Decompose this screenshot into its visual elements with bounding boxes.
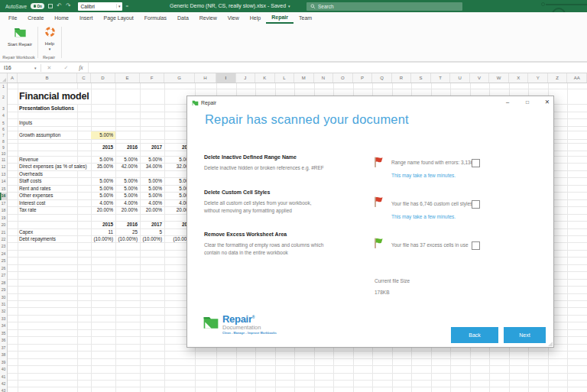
- font-selector[interactable]: Calibri ▾: [78, 2, 122, 11]
- column-header-J[interactable]: J: [236, 73, 256, 83]
- ribbon-tab-repair[interactable]: Repair: [266, 12, 294, 24]
- section-checkbox-range-names[interactable]: [472, 159, 480, 167]
- cell-D17[interactable]: 4.00%: [91, 200, 115, 206]
- row-header-12[interactable]: 12: [0, 164, 7, 170]
- row-header-20[interactable]: 20: [0, 222, 7, 228]
- select-all-corner[interactable]: [0, 73, 8, 83]
- column-header-O[interactable]: O: [333, 73, 353, 83]
- row-header-33[interactable]: 33: [0, 316, 7, 322]
- row-header-35[interactable]: 35: [0, 330, 7, 337]
- cancel-icon[interactable]: ✕: [41, 65, 58, 71]
- row-header-26[interactable]: 26: [0, 265, 7, 272]
- row-header-1[interactable]: 1: [0, 83, 7, 89]
- ribbon-tab-view[interactable]: View: [222, 12, 245, 24]
- row-header-18[interactable]: 18: [0, 207, 7, 214]
- cell-D14[interactable]: 5.00%: [91, 178, 115, 184]
- cell-F14[interactable]: 5.00%: [140, 178, 164, 184]
- row-header-23[interactable]: 23: [0, 243, 7, 250]
- column-header-K[interactable]: K: [255, 73, 275, 83]
- ribbon-tab-formulas[interactable]: Formulas: [139, 12, 172, 24]
- dialog-close-button[interactable]: ✕: [539, 96, 556, 109]
- column-header-N[interactable]: N: [314, 73, 334, 83]
- cell-D15[interactable]: 5.00%: [91, 186, 115, 192]
- cell-E21[interactable]: 25: [115, 229, 140, 235]
- insert-function-icon[interactable]: fx: [74, 64, 87, 71]
- cell-D7[interactable]: 5.00%: [91, 131, 115, 139]
- name-box[interactable]: I16: [0, 65, 34, 70]
- row-header-2[interactable]: 2: [0, 89, 7, 105]
- formula-input[interactable]: [88, 63, 587, 73]
- row-header-32[interactable]: 32: [0, 308, 7, 315]
- row-header-24[interactable]: 24: [0, 251, 7, 258]
- row-header-14[interactable]: 14: [0, 178, 7, 185]
- row-header-36[interactable]: 36: [0, 337, 7, 344]
- row-header-42[interactable]: 42: [0, 381, 7, 387]
- column-header-AA[interactable]: AA: [567, 73, 587, 83]
- cell-D11[interactable]: 5.00%: [91, 157, 115, 163]
- column-header-I[interactable]: I: [216, 73, 236, 83]
- column-header-X[interactable]: X: [509, 73, 529, 83]
- cell-D12[interactable]: 35.00%: [91, 164, 115, 170]
- column-header-L[interactable]: L: [275, 73, 295, 83]
- row-header-3[interactable]: 3: [0, 105, 7, 112]
- dialog-maximize-button[interactable]: □: [519, 96, 536, 109]
- row-header-28[interactable]: 28: [0, 280, 7, 287]
- cell-F18[interactable]: 20.00%: [140, 207, 164, 213]
- cell-B3[interactable]: Presentation Solutions: [19, 105, 76, 112]
- cell-E14[interactable]: 5.00%: [115, 178, 140, 184]
- row-header-37[interactable]: 37: [0, 345, 7, 352]
- cell-E16[interactable]: 5.00%: [115, 193, 140, 199]
- row-header-29[interactable]: 29: [0, 287, 7, 293]
- cell-E15[interactable]: 5.00%: [115, 186, 140, 192]
- column-header-C[interactable]: C: [77, 73, 91, 83]
- cell-D18[interactable]: 20.00%: [91, 207, 115, 213]
- cell-B18[interactable]: Tax rate: [19, 207, 38, 213]
- dialog-minimize-button[interactable]: –: [499, 96, 516, 109]
- resize-grip[interactable]: [548, 342, 553, 346]
- row-header-4[interactable]: 4: [0, 112, 7, 119]
- column-header-V[interactable]: V: [470, 73, 490, 83]
- row-header-21[interactable]: 21: [0, 229, 7, 236]
- ribbon-tab-review[interactable]: Review: [194, 12, 222, 24]
- ribbon-tab-help[interactable]: Help: [245, 12, 266, 24]
- repair-help-button[interactable]: Help ▾: [40, 26, 60, 51]
- cell-B12[interactable]: Direct expenses (as % of sales): [19, 164, 89, 170]
- row-header-27[interactable]: 27: [0, 272, 7, 279]
- cell-B17[interactable]: Interest cost: [19, 200, 47, 206]
- section-checkbox-cell-styles[interactable]: [472, 200, 480, 209]
- cell-F21[interactable]: 5: [140, 229, 164, 235]
- cell-F20[interactable]: 2017: [140, 222, 164, 228]
- ribbon-tab-page-layout[interactable]: Page Layout: [99, 12, 139, 24]
- row-header-9[interactable]: 9: [0, 144, 7, 151]
- cell-D20[interactable]: 2015: [91, 222, 115, 228]
- column-header-G[interactable]: G: [164, 73, 195, 83]
- column-header-P[interactable]: P: [353, 73, 373, 83]
- row-header-10[interactable]: 10: [0, 151, 7, 157]
- cell-F12[interactable]: 34.00%: [140, 164, 164, 170]
- row-header-15[interactable]: 15: [0, 186, 7, 193]
- column-header-D[interactable]: D: [91, 73, 115, 83]
- cell-D16[interactable]: 5.00%: [91, 193, 115, 199]
- ribbon-tab-data[interactable]: Data: [172, 12, 194, 24]
- row-header-40[interactable]: 40: [0, 366, 7, 373]
- ribbon-tab-create[interactable]: Create: [22, 12, 49, 24]
- cell-B14[interactable]: Staff costs: [19, 178, 44, 184]
- cell-E12[interactable]: 42.00%: [115, 164, 140, 170]
- cell-B22[interactable]: Debt repayments: [19, 236, 58, 242]
- cell-B21[interactable]: Capex: [19, 229, 35, 235]
- column-header-Z[interactable]: Z: [548, 73, 568, 83]
- cell-B13[interactable]: Overheads: [19, 171, 45, 177]
- enter-icon[interactable]: ✓: [57, 65, 74, 71]
- row-header-5[interactable]: 5: [0, 119, 7, 127]
- cell-F16[interactable]: 5.00%: [140, 193, 164, 199]
- back-button[interactable]: Back: [451, 327, 498, 343]
- row-header-13[interactable]: 13: [0, 171, 7, 178]
- column-header-W[interactable]: W: [489, 73, 509, 83]
- cell-F11[interactable]: 5.00%: [140, 157, 164, 163]
- row-header-31[interactable]: 31: [0, 301, 7, 308]
- cell-D22[interactable]: (10.00%): [91, 236, 115, 242]
- cell-E22[interactable]: (10.00%): [115, 236, 140, 242]
- cell-B2[interactable]: Financial model: [19, 89, 91, 104]
- row-header-38[interactable]: 38: [0, 352, 7, 358]
- ribbon-tab-team[interactable]: Team: [294, 12, 317, 24]
